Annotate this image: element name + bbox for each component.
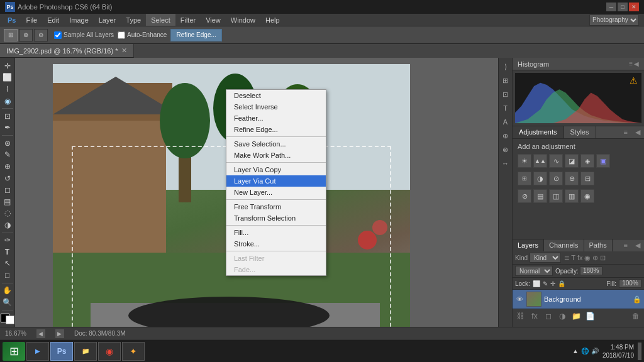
ctx-fill[interactable]: Fill... (226, 227, 326, 238)
new-adjustment-layer-button[interactable]: ◑ (557, 310, 568, 322)
move-tool[interactable]: ✛ (1, 60, 14, 72)
layer-kind-select[interactable]: Kind (530, 253, 561, 263)
zoom-tool[interactable]: 🔍 (1, 297, 14, 308)
lock-position-icon[interactable]: ✛ (550, 280, 555, 287)
menu-window[interactable]: Window (226, 14, 260, 26)
ctx-make-work-path[interactable]: Make Work Path... (226, 150, 326, 161)
ctx-layer-via-cut[interactable]: Layer Via Cut (226, 175, 326, 187)
panel-toggle-5[interactable]: A (499, 116, 512, 128)
spot-heal-tool[interactable]: ⊛ (1, 138, 14, 149)
tab-paths[interactable]: Paths (584, 239, 613, 251)
adj-channel-mixer[interactable]: ⊕ (565, 172, 579, 185)
lasso-tool[interactable]: ⌇ (1, 84, 14, 95)
volume-icon[interactable]: 🔊 (591, 348, 599, 354)
adj-brightness[interactable]: ☀ (518, 154, 531, 168)
fill-value[interactable]: 100% (619, 279, 641, 288)
tool-mode-btn-2[interactable]: ⊕ (19, 29, 33, 41)
ctx-layer-via-copy[interactable]: Layer Via Copy (226, 164, 326, 175)
layers-menu[interactable]: ≡ (620, 239, 631, 251)
auto-enhance-checkbox[interactable] (118, 31, 125, 39)
document-close-icon[interactable]: ✕ (121, 47, 127, 55)
filter-icon[interactable]: ≡ (564, 253, 569, 263)
menu-help[interactable]: Help (260, 14, 285, 26)
adj-gradient-map[interactable]: ▥ (565, 189, 579, 203)
taskbar-media-player[interactable]: ▶ (26, 342, 49, 361)
sample-all-layers-checkbox[interactable] (54, 31, 62, 39)
ctx-feather[interactable]: Feather... (226, 112, 326, 124)
shape-tool[interactable]: □ (1, 270, 14, 281)
menu-image[interactable]: Image (64, 14, 94, 26)
background-color[interactable] (6, 315, 14, 324)
menu-edit[interactable]: Edit (42, 14, 64, 26)
ctx-transform-selection[interactable]: Transform Selection (226, 212, 326, 224)
adj-levels[interactable]: ▲▲ (533, 154, 547, 168)
layer-visibility-toggle[interactable]: 👁 (515, 295, 524, 304)
hand-tool[interactable]: ✋ (1, 285, 14, 297)
ctx-stroke[interactable]: Stroke... (226, 238, 326, 250)
panel-toggle-7[interactable]: ⊗ (499, 143, 512, 156)
adj-bw[interactable]: ◑ (533, 172, 547, 185)
histogram-menu-icon[interactable]: ≡ (629, 60, 633, 67)
menu-layer[interactable]: Layer (94, 14, 121, 26)
adj-color-balance[interactable]: ⊞ (518, 172, 531, 185)
path-select-tool[interactable]: ↖ (1, 258, 14, 270)
lock-paint-icon[interactable]: ✎ (543, 280, 548, 287)
eraser-tool[interactable]: ◻ (1, 184, 14, 195)
adj-curves[interactable]: ∿ (549, 154, 563, 168)
panel-toggle-6[interactable]: ⊕ (499, 129, 512, 142)
menu-type[interactable]: Type (121, 14, 146, 26)
new-layer-button[interactable]: 📄 (584, 310, 596, 322)
taskbar-folder[interactable]: 📁 (74, 342, 97, 361)
blur-tool[interactable]: ◌ (1, 208, 14, 219)
menu-file[interactable]: File (21, 14, 42, 26)
adj-vibrance[interactable]: ◈ (580, 154, 594, 168)
ctx-refine-edge[interactable]: Refine Edge... (226, 124, 326, 135)
adj-photo-filter[interactable]: ⊙ (549, 172, 563, 185)
minimize-button[interactable]: ─ (606, 3, 616, 11)
ctx-save-selection[interactable]: Save Selection... (226, 138, 326, 150)
filter-btn-circle[interactable]: ◉ (584, 254, 591, 262)
panel-toggle-2[interactable]: ⊞ (499, 74, 512, 87)
adj-threshold[interactable]: ◫ (549, 189, 563, 203)
layer-background[interactable]: 👁 Background 🔒 (513, 290, 644, 309)
brush-tool[interactable]: ✎ (1, 150, 14, 161)
pen-tool[interactable]: ✑ (1, 234, 14, 246)
text-tool[interactable]: T (1, 246, 14, 258)
taskbar-photoshop[interactable]: Ps (50, 342, 73, 361)
crop-tool[interactable]: ⊡ (1, 111, 14, 122)
adj-color-lookup[interactable]: ⊟ (580, 172, 594, 185)
filter-btn-t[interactable]: T (571, 254, 575, 261)
stamp-tool[interactable]: ⊕ (1, 161, 14, 172)
show-desktop-button[interactable] (638, 343, 641, 360)
adj-invert[interactable]: ⊘ (518, 189, 531, 203)
lock-transparency-icon[interactable]: ⬜ (533, 280, 540, 287)
taskbar-chrome[interactable]: ◉ (98, 342, 121, 361)
adj-selective-color[interactable]: ◉ (580, 189, 594, 203)
add-layer-style-button[interactable]: fx (529, 310, 540, 322)
workspace-select[interactable]: Photography (589, 14, 639, 26)
new-group-button[interactable]: 📁 (570, 310, 582, 322)
adjustments-menu[interactable]: ≡ (620, 126, 631, 138)
filter-btn-fx[interactable]: fx (577, 254, 583, 261)
history-brush-tool[interactable]: ↺ (1, 173, 14, 184)
dodge-tool[interactable]: ◑ (1, 219, 14, 231)
lock-all-icon[interactable]: 🔒 (558, 280, 565, 287)
panel-toggle-3[interactable]: ⊡ (499, 88, 512, 101)
ctx-free-transform[interactable]: Free Transform (226, 201, 326, 212)
gradient-tool[interactable]: ▤ (1, 196, 14, 207)
document-tab[interactable]: IMG_2902.psd @ 16.7% (RGB/16) * ✕ (0, 44, 134, 58)
menu-select[interactable]: Select (146, 14, 175, 26)
link-layers-button[interactable]: ⛓ (515, 310, 526, 322)
layers-collapse[interactable]: ◀ (631, 239, 644, 251)
tab-layers[interactable]: Layers (513, 239, 544, 251)
tab-adjustments[interactable]: Adjustments (513, 126, 564, 138)
filter-btn-smart[interactable]: ⊡ (600, 254, 606, 262)
panel-toggle-8[interactable]: ↔ (499, 157, 512, 170)
system-clock[interactable]: 1:48 PM 2018/07/10 (602, 343, 634, 359)
tab-channels[interactable]: Channels (544, 239, 584, 251)
blend-mode-select[interactable]: Normal (515, 266, 553, 276)
nav-prev-button[interactable]: ◀ (36, 329, 45, 338)
start-button[interactable]: ⊞ (3, 342, 25, 361)
quick-select-tool[interactable]: ◉ (1, 96, 14, 107)
panel-toggle-4[interactable]: T (499, 102, 512, 114)
